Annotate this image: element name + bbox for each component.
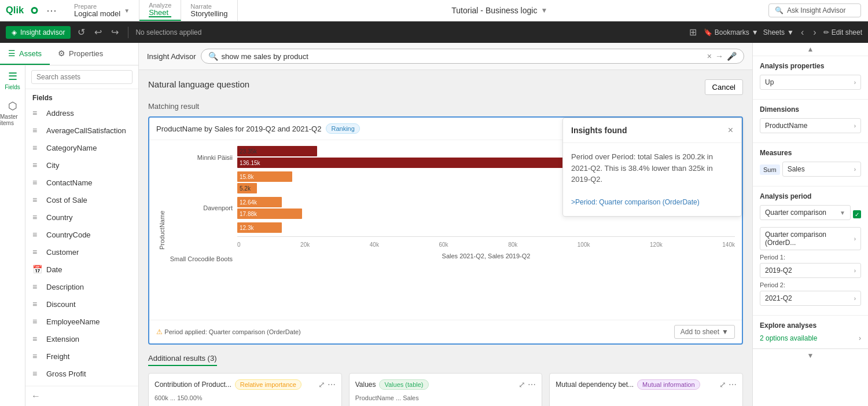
result-card-header-3: Mutual dependency bet... Mutual informat… — [556, 379, 737, 390]
result-card-title-1: Contribution of Product... — [155, 381, 231, 389]
pin-icon[interactable]: ← — [31, 391, 41, 401]
expand-card2-icon[interactable]: ⤢ — [518, 380, 525, 389]
y-label-1: Minnki Päisii — [197, 154, 233, 161]
analyze-nav[interactable]: Analyze Sheet — [139, 0, 181, 21]
field-country[interactable]: ≡ Country — [25, 209, 138, 226]
period1-value-dropdown[interactable]: 2019-Q2 › — [760, 263, 861, 278]
prev-sheet-icon[interactable]: ‹ — [799, 27, 806, 38]
refresh-icon[interactable]: ↺ — [75, 27, 87, 38]
dimension-dropdown[interactable]: ProductName › — [760, 118, 861, 133]
analyze-label: Sheet — [149, 9, 171, 17]
field-categoryname[interactable]: ≡ CategoryName — [25, 139, 138, 156]
scroll-down-button[interactable]: ▼ — [753, 349, 868, 362]
period-checkbox[interactable]: ✓ — [853, 210, 861, 218]
tab-assets[interactable]: ☰ Assets — [0, 43, 50, 65]
field-address[interactable]: ≡ Address — [25, 104, 138, 122]
scroll-up-button[interactable]: ▲ — [753, 43, 868, 56]
more-card1-icon[interactable]: ⋯ — [328, 380, 336, 389]
center-panel: Insight Advisor 🔍 × → 🎤 Natural language… — [139, 43, 752, 406]
additional-results-header: Additional results (3) — [148, 354, 217, 366]
direction-chevron: › — [854, 79, 856, 86]
explore-analyses-title: Explore analyses — [760, 321, 861, 330]
search-icon: 🔍 — [208, 52, 218, 61]
ranking-badge: Ranking — [326, 123, 359, 134]
search-assets-input[interactable] — [31, 70, 133, 84]
assets-icon: ☰ — [8, 49, 16, 58]
field-text-icon: ≡ — [32, 195, 42, 204]
chart-title: ProductName by Sales for 2019-Q2 and 202… — [156, 125, 321, 133]
bookmarks-chevron: ▼ — [752, 28, 759, 36]
values-badge: Values (table) — [379, 379, 428, 390]
more-card2-icon[interactable]: ⋯ — [528, 380, 536, 389]
fields-nav-button[interactable]: ☰ Fields — [5, 70, 20, 90]
result-card-body-1: 600k ... 150.00% — [155, 394, 336, 401]
insights-link[interactable]: >Period: Quarter comparison (OrderDate) — [571, 198, 700, 206]
field-text-icon: ≡ — [32, 143, 42, 152]
expand-card3-icon[interactable]: ⤢ — [719, 380, 726, 389]
insight-advisor-button[interactable]: ◈ Insight advisor — [6, 26, 71, 39]
field-discount[interactable]: ≡ Discount — [25, 295, 138, 313]
clear-search-icon[interactable]: × — [707, 52, 712, 61]
expand-card1-icon[interactable]: ⤢ — [318, 380, 325, 389]
direction-dropdown[interactable]: Up › — [760, 75, 861, 90]
insights-overlay: Insights found × Period over Period: tot… — [562, 118, 742, 217]
field-contactname[interactable]: ≡ ContactName — [25, 174, 138, 191]
edit-sheet-button[interactable]: ✏ Edit sheet — [823, 28, 862, 36]
ia-search-input-wrap: 🔍 × → 🎤 — [201, 49, 744, 64]
left-icon-nav: ☰ Fields ⬡ Master items — [0, 65, 25, 406]
app-title-chevron: ▼ — [540, 6, 547, 14]
field-grossprofit[interactable]: ≡ Gross Profit — [25, 365, 138, 382]
field-employeename[interactable]: ≡ EmployeeName — [25, 313, 138, 330]
field-averagecallsatisfaction[interactable]: ≡ AverageCallSatisfaction — [25, 122, 138, 139]
insight-icon: ◈ — [12, 28, 17, 36]
more-card3-icon[interactable]: ⋯ — [729, 380, 737, 389]
period2-value-dropdown[interactable]: 2021-Q2 › — [760, 291, 861, 306]
bookmarks-button[interactable]: 🔖 Bookmarks ▼ — [704, 28, 759, 36]
additional-results: Additional results (3) Contribution of P… — [148, 354, 743, 406]
sales-dropdown[interactable]: Sales › — [782, 162, 861, 177]
narrate-nav[interactable]: Narrate Storytelling — [181, 0, 237, 21]
field-countrycode[interactable]: ≡ CountryCode — [25, 226, 138, 243]
analysis-period-section: Analysis period Quarter comparison ▼ ✓ Q… — [753, 186, 868, 316]
period-detail-dropdown[interactable]: Quarter comparison (OrderD... › — [760, 227, 861, 250]
field-text-icon: ≡ — [32, 299, 42, 309]
result-card-title-2: Values — [355, 381, 376, 389]
x-axis: 0 20k 40k 60k 80k 100k 120k 140k — [237, 239, 735, 250]
master-items-nav-button[interactable]: ⬡ Master items — [0, 100, 25, 126]
ia-search-input[interactable] — [222, 52, 704, 61]
bookmark-icon: 🔖 — [704, 28, 712, 36]
grid-icon[interactable]: ⊞ — [687, 27, 699, 38]
field-description[interactable]: ≡ Description — [25, 278, 138, 295]
tab-properties[interactable]: ⚙ Properties — [50, 43, 111, 65]
redo-icon[interactable]: ↪ — [109, 27, 121, 38]
fields-list: ≡ Address ≡ AverageCallSatisfaction ≡ Ca… — [25, 104, 138, 386]
field-customer[interactable]: ≡ Customer — [25, 243, 138, 261]
add-to-sheet-button[interactable]: Add to sheet ▼ — [674, 325, 735, 339]
result-card-mutual: Mutual dependency bet... Mutual informat… — [549, 373, 743, 406]
prepare-label: Logical model — [74, 10, 120, 17]
explore-link[interactable]: 2 options available — [760, 334, 817, 342]
mic-icon[interactable]: 🎤 — [727, 52, 737, 61]
field-text-icon: ≡ — [32, 334, 42, 343]
add-to-sheet-chevron: ▼ — [722, 328, 729, 336]
cancel-button[interactable]: Cancel — [705, 79, 743, 95]
dimensions-title: Dimensions — [760, 105, 861, 114]
toolbar-separator — [128, 27, 128, 38]
field-freight[interactable]: ≡ Freight — [25, 348, 138, 365]
next-sheet-icon[interactable]: › — [811, 27, 818, 38]
field-date[interactable]: 📅 Date — [25, 261, 138, 278]
field-text-icon: ≡ — [32, 369, 42, 378]
content-area: Natural language question Cancel Matchin… — [139, 70, 752, 406]
close-insights-button[interactable]: × — [728, 125, 733, 136]
undo-icon[interactable]: ↩ — [92, 27, 104, 38]
sheets-button[interactable]: Sheets ▼ — [763, 28, 794, 36]
prepare-nav[interactable]: Prepare Logical model ▼ — [65, 0, 139, 21]
field-city[interactable]: ≡ City — [25, 156, 138, 174]
field-costofsale[interactable]: ≡ Cost of Sale — [25, 191, 138, 209]
matching-result-label: Matching result — [148, 102, 743, 111]
nav-more-button[interactable]: ⋯ — [44, 4, 59, 17]
field-extension[interactable]: ≡ Extension — [25, 330, 138, 348]
ask-ia-button[interactable]: 🔍 Ask Insight Advisor — [768, 3, 861, 17]
period-type-dropdown[interactable]: Quarter comparison ▼ — [760, 205, 851, 220]
submit-search-icon[interactable]: → — [715, 52, 723, 61]
